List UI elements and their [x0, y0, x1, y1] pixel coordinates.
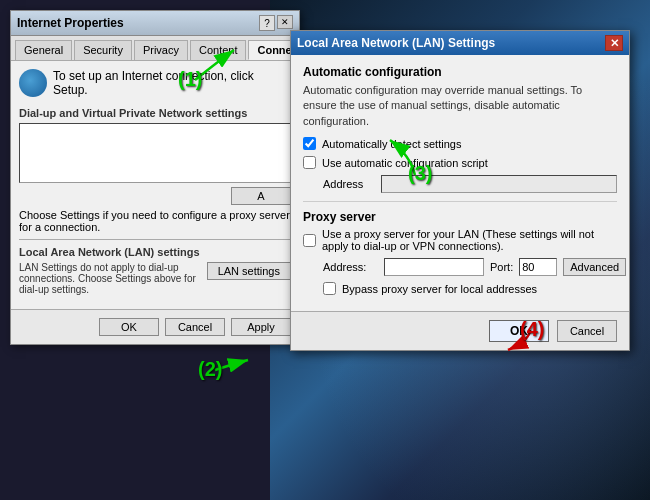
port-input[interactable] — [519, 258, 557, 276]
auto-detect-checkbox[interactable] — [303, 137, 316, 150]
port-label: Port: — [490, 261, 513, 273]
annotation-2: (2) — [198, 358, 222, 381]
ie-footer: OK Cancel Apply — [11, 309, 299, 344]
bypass-label: Bypass proxy server for local addresses — [342, 283, 537, 295]
use-script-label: Use automatic configuration script — [322, 157, 488, 169]
lan-row: LAN Settings do not apply to dial-up con… — [19, 262, 291, 295]
lan-description: LAN Settings do not apply to dial-up con… — [19, 262, 199, 295]
tab-privacy[interactable]: Privacy — [134, 40, 188, 60]
lan-content: Automatic configuration Automatic config… — [291, 55, 629, 311]
auto-detect-label: Automatically detect settings — [322, 138, 461, 150]
use-proxy-row: Use a proxy server for your LAN (These s… — [303, 228, 617, 252]
tab-content[interactable]: Content — [190, 40, 247, 60]
lan-cancel-button[interactable]: Cancel — [557, 320, 617, 342]
ie-cancel-button[interactable]: Cancel — [165, 318, 225, 336]
lan-titlebar: Local Area Network (LAN) Settings ✕ — [291, 31, 629, 55]
lan-settings-button[interactable]: LAN settings — [207, 262, 291, 280]
setup-description: To set up an Internet connection, click … — [53, 69, 291, 97]
help-button[interactable]: ? — [259, 15, 275, 31]
lan-section: Local Area Network (LAN) settings LAN Se… — [19, 239, 291, 295]
advanced-button[interactable]: Advanced — [563, 258, 626, 276]
proxy-address-row: Address: Port: Advanced — [323, 258, 617, 276]
dialup-buttons: A — [19, 187, 291, 205]
script-address-label: Address — [323, 178, 373, 190]
script-address-input[interactable] — [381, 175, 617, 193]
ie-apply-button[interactable]: Apply — [231, 318, 291, 336]
ie-content-area: To set up an Internet connection, click … — [11, 61, 299, 303]
script-address-row: Address — [323, 175, 617, 193]
annotation-label-2: (2) — [198, 358, 222, 380]
dialup-listbox[interactable] — [19, 123, 291, 183]
add-button[interactable]: A — [231, 187, 291, 205]
lan-ok-button[interactable]: OK — [489, 320, 549, 342]
lan-dialog-title: Local Area Network (LAN) Settings — [297, 36, 495, 50]
use-script-row: Use automatic configuration script — [303, 156, 617, 169]
close-button[interactable]: ✕ — [277, 15, 293, 29]
ie-titlebar: Internet Properties ? ✕ — [11, 11, 299, 36]
tab-bar: General Security Privacy Content Connect… — [11, 36, 299, 61]
lan-footer: OK Cancel — [291, 311, 629, 350]
internet-properties-window: Internet Properties ? ✕ General Security… — [10, 10, 300, 345]
proxy-addr-input[interactable] — [384, 258, 484, 276]
tab-general[interactable]: General — [15, 40, 72, 60]
tab-security[interactable]: Security — [74, 40, 132, 60]
bypass-checkbox[interactable] — [323, 282, 336, 295]
auto-detect-row: Automatically detect settings — [303, 137, 617, 150]
use-proxy-label: Use a proxy server for your LAN (These s… — [322, 228, 617, 252]
proxy-choose-text: Choose Settings if you need to configure… — [19, 209, 291, 233]
use-script-checkbox[interactable] — [303, 156, 316, 169]
use-proxy-checkbox[interactable] — [303, 234, 316, 247]
ie-window-controls: ? ✕ — [259, 15, 293, 31]
proxy-addr-label: Address: — [323, 261, 378, 273]
setup-row: To set up an Internet connection, click … — [19, 69, 291, 97]
dialup-label: Dial-up and Virtual Private Network sett… — [19, 107, 291, 119]
bypass-row: Bypass proxy server for local addresses — [323, 282, 617, 295]
ie-ok-button[interactable]: OK — [99, 318, 159, 336]
ie-title: Internet Properties — [17, 16, 124, 30]
lan-dialog: Local Area Network (LAN) Settings ✕ Auto… — [290, 30, 630, 351]
auto-config-desc: Automatic configuration may override man… — [303, 83, 617, 129]
auto-config-header: Automatic configuration — [303, 65, 617, 79]
lan-section-label: Local Area Network (LAN) settings — [19, 246, 291, 258]
lan-close-button[interactable]: ✕ — [605, 35, 623, 51]
globe-icon — [19, 69, 47, 97]
proxy-section-header: Proxy server — [303, 201, 617, 224]
